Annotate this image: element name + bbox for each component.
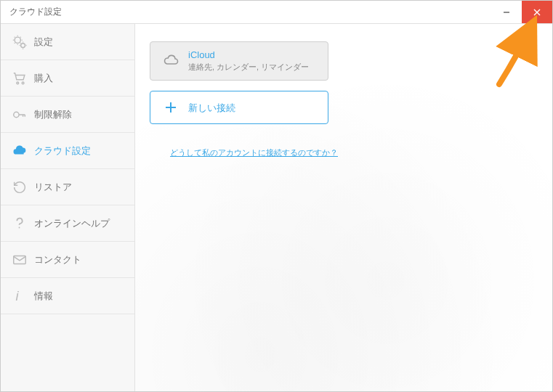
plus-icon: [161, 101, 181, 114]
close-button[interactable]: [522, 1, 552, 23]
sidebar-item-label: 購入: [34, 72, 53, 85]
sidebar-item-label: 制限解除: [34, 108, 72, 121]
sidebar-item-label: 設定: [34, 36, 53, 49]
why-connect-link[interactable]: どうして私のアカウントに接続するのですか？: [170, 147, 338, 158]
cart-icon: [8, 70, 31, 86]
restore-icon: [8, 179, 31, 195]
svg-point-3: [15, 37, 20, 43]
content-pane: iCloud 連絡先, カレンダー, リマインダー 新しい接続 どうして私のアカ…: [135, 24, 552, 391]
minimize-icon: [502, 8, 511, 17]
icloud-card[interactable]: iCloud 連絡先, カレンダー, リマインダー: [150, 41, 328, 81]
sidebar-item-purchase[interactable]: 購入: [1, 60, 134, 97]
svg-point-5: [17, 82, 19, 84]
sidebar-item-label: コンタクト: [34, 253, 81, 266]
window-controls: [491, 1, 552, 23]
gear-icon: [8, 34, 31, 50]
sidebar-item-label: 情報: [34, 290, 53, 303]
sidebar-item-label: クラウド設定: [34, 144, 91, 158]
icloud-title: iCloud: [188, 49, 309, 60]
sidebar: 設定 購入 制限解: [1, 24, 135, 391]
titlebar: クラウド設定: [1, 1, 552, 24]
app-window: クラウド設定: [0, 0, 553, 392]
svg-text:i: i: [16, 288, 20, 303]
sidebar-item-contact[interactable]: コンタクト: [1, 242, 134, 278]
sidebar-item-label: オンラインヘルプ: [34, 217, 110, 230]
cloud-outline-icon: [161, 52, 181, 70]
svg-point-6: [22, 82, 24, 84]
close-icon: [533, 8, 541, 17]
icloud-subtitle: 連絡先, カレンダー, リマインダー: [188, 62, 309, 73]
key-icon: [8, 107, 31, 123]
sidebar-item-info[interactable]: i 情報: [1, 278, 134, 314]
new-connection-button[interactable]: 新しい接続: [150, 91, 328, 124]
mail-icon: [8, 252, 31, 268]
sidebar-item-unlock[interactable]: 制限解除: [1, 97, 134, 133]
sidebar-item-cloud-settings[interactable]: クラウド設定: [1, 133, 134, 169]
svg-point-7: [14, 112, 19, 117]
sidebar-item-settings[interactable]: 設定: [1, 24, 134, 60]
window-title: クラウド設定: [9, 6, 491, 18]
sidebar-item-label: リストア: [34, 181, 72, 194]
info-icon: i: [8, 288, 31, 304]
cloud-icon: [8, 143, 31, 159]
svg-point-8: [19, 226, 20, 228]
sidebar-item-restore[interactable]: リストア: [1, 169, 134, 205]
new-connection-label: 新しい接続: [188, 103, 235, 113]
window-body: 設定 購入 制限解: [1, 24, 552, 391]
sidebar-item-help[interactable]: オンラインヘルプ: [1, 205, 134, 242]
question-icon: [8, 216, 31, 232]
svg-rect-9: [14, 256, 26, 264]
svg-point-4: [21, 43, 25, 47]
minimize-button[interactable]: [491, 1, 522, 23]
